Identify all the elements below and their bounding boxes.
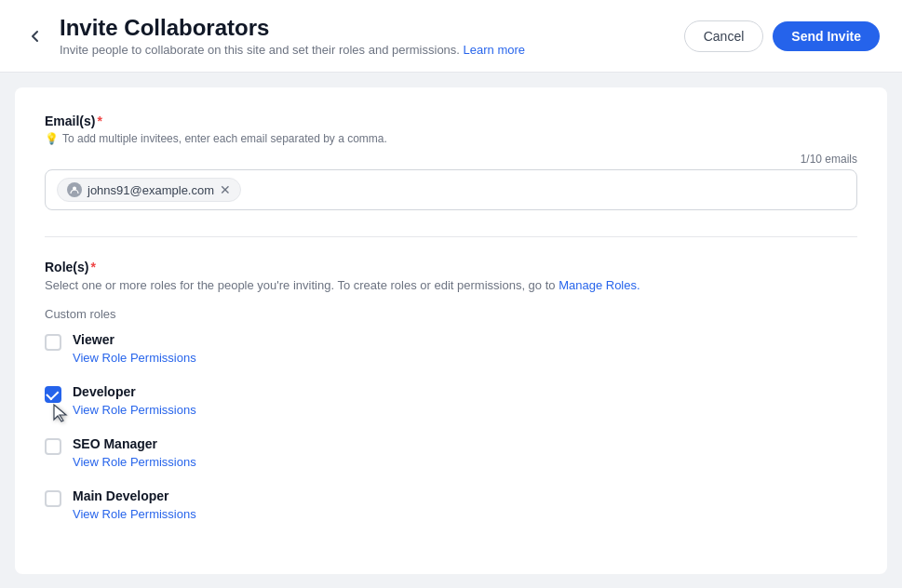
viewer-checkbox-wrapper: [45, 334, 61, 351]
learn-more-link[interactable]: Learn more: [464, 43, 525, 57]
developer-role-info: Developer View Role Permissions: [73, 384, 857, 418]
manage-roles-link[interactable]: Manage Roles.: [559, 278, 639, 292]
viewer-role-info: Viewer View Role Permissions: [73, 332, 857, 366]
viewer-role-name: Viewer: [73, 332, 857, 347]
developer-checkbox-wrapper: [45, 386, 61, 403]
header-actions: Cancel Send Invite: [684, 20, 880, 52]
main-developer-checkbox-wrapper: [45, 490, 61, 507]
seo-manager-checkbox[interactable]: [45, 438, 61, 455]
email-label: Email(s)*: [45, 114, 857, 128]
email-value: johns91@example.com: [88, 183, 214, 197]
svg-marker-1: [54, 405, 66, 421]
main-content: Email(s)* 💡 To add multiple invitees, en…: [15, 87, 887, 574]
avatar: [67, 182, 82, 197]
cursor-indicator: [50, 403, 73, 425]
send-invite-button[interactable]: Send Invite: [773, 21, 880, 51]
required-indicator: *: [97, 114, 101, 128]
seo-manager-role-info: SEO Manager View Role Permissions: [73, 436, 857, 470]
email-count: 1/10 emails: [45, 153, 857, 166]
email-hint: 💡 To add multiple invitees, enter each e…: [45, 132, 857, 145]
header-left: Invite Collaborators Invite people to co…: [22, 15, 525, 57]
custom-roles-label: Custom roles: [45, 307, 857, 321]
header-title-area: Invite Collaborators Invite people to co…: [60, 15, 525, 57]
seo-manager-role-name: SEO Manager: [73, 436, 857, 451]
section-divider: [45, 236, 857, 237]
developer-role-name: Developer: [73, 384, 857, 399]
roles-description: Select one or more roles for the people …: [45, 278, 857, 292]
cancel-button[interactable]: Cancel: [684, 20, 764, 52]
developer-view-permissions-link[interactable]: View Role Permissions: [73, 403, 196, 417]
main-developer-view-permissions-link[interactable]: View Role Permissions: [73, 507, 196, 521]
remove-email-button[interactable]: ✕: [220, 183, 231, 196]
roles-section: Role(s)* Select one or more roles for th…: [45, 260, 857, 522]
seo-manager-view-permissions-link[interactable]: View Role Permissions: [73, 455, 196, 469]
required-indicator-roles: *: [90, 260, 95, 274]
page-header: Invite Collaborators Invite people to co…: [0, 0, 902, 73]
viewer-checkbox[interactable]: [45, 334, 61, 351]
main-developer-checkbox[interactable]: [45, 490, 61, 507]
hint-icon: 💡: [45, 132, 59, 145]
viewer-view-permissions-link[interactable]: View Role Permissions: [73, 351, 196, 365]
email-input-container[interactable]: johns91@example.com ✕: [45, 169, 857, 210]
email-section: Email(s)* 💡 To add multiple invitees, en…: [45, 114, 857, 210]
role-item-developer: Developer View Role Permissions: [45, 384, 857, 418]
back-button[interactable]: [22, 23, 48, 49]
page-title: Invite Collaborators: [60, 15, 525, 41]
main-developer-role-name: Main Developer: [73, 488, 857, 503]
seo-manager-checkbox-wrapper: [45, 438, 61, 455]
page-subtitle: Invite people to collaborate on this sit…: [60, 43, 525, 57]
role-item-viewer: Viewer View Role Permissions: [45, 332, 857, 366]
developer-checkbox[interactable]: [45, 386, 61, 403]
role-item-main-developer: Main Developer View Role Permissions: [45, 488, 857, 522]
main-developer-role-info: Main Developer View Role Permissions: [73, 488, 857, 522]
email-tag: johns91@example.com ✕: [57, 178, 241, 202]
roles-label: Role(s)*: [45, 260, 857, 274]
role-item-seo-manager: SEO Manager View Role Permissions: [45, 436, 857, 470]
